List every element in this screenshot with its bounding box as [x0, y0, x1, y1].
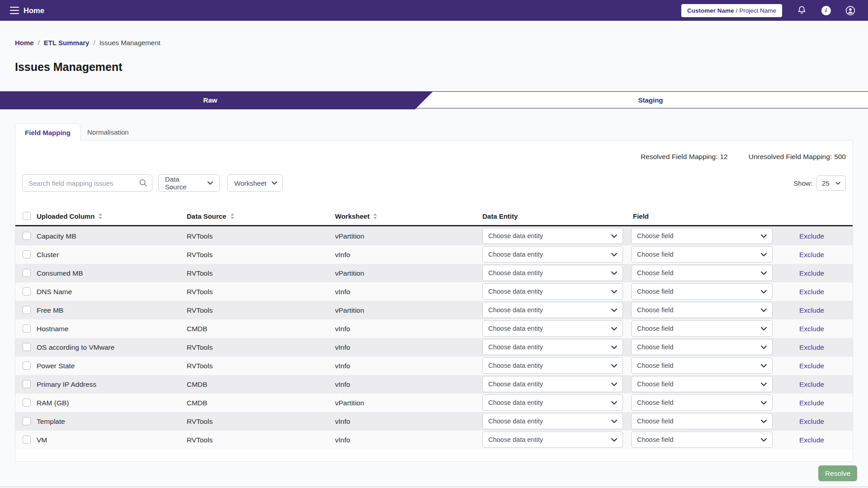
- row-checkbox[interactable]: [23, 269, 31, 277]
- row-checkbox[interactable]: [23, 380, 31, 388]
- uploaded-column-cell: Hostname: [37, 319, 69, 338]
- data-entity-select[interactable]: Choose data entity: [482, 246, 623, 263]
- data-entity-select[interactable]: Choose data entity: [482, 228, 623, 244]
- resolve-button[interactable]: Resolve: [818, 465, 857, 481]
- exclude-link[interactable]: Exclude: [799, 357, 824, 375]
- sort-icon[interactable]: [231, 213, 234, 219]
- data-entity-select[interactable]: Choose data entity: [482, 432, 623, 448]
- select-all-checkbox[interactable]: [23, 212, 31, 220]
- field-select[interactable]: Choose field: [631, 394, 773, 411]
- exclude-link[interactable]: Exclude: [799, 319, 824, 338]
- field-select[interactable]: Choose field: [631, 302, 773, 318]
- resolved-count: 12: [720, 153, 728, 160]
- field-select[interactable]: Choose field: [631, 413, 773, 429]
- exclude-link[interactable]: Exclude: [799, 301, 824, 319]
- worksheet-filter[interactable]: Worksheet: [227, 174, 283, 192]
- table-row: DNS Name RVTools vInfo Choose data entit…: [15, 282, 853, 301]
- page-size-select[interactable]: 25: [816, 175, 846, 191]
- header-worksheet[interactable]: Worksheet: [335, 207, 377, 225]
- header-uploaded-column[interactable]: Uploaded Column: [37, 207, 102, 225]
- exclude-link[interactable]: Exclude: [799, 394, 824, 412]
- breadcrumb: Home / ETL Summary / Issues Management: [15, 39, 160, 47]
- search-input[interactable]: [22, 174, 152, 192]
- data-entity-select[interactable]: Choose data entity: [482, 339, 623, 355]
- field-select[interactable]: Choose field: [631, 246, 773, 263]
- row-checkbox[interactable]: [23, 232, 31, 240]
- table-row: Hostname CMDB vInfo Choose data entity C…: [15, 319, 853, 338]
- breadcrumb-divider: /: [93, 39, 95, 47]
- data-entity-select[interactable]: Choose data entity: [482, 302, 623, 318]
- data-source-cell: RVTools: [187, 227, 212, 245]
- tab-normalisation[interactable]: Normalisation: [80, 124, 136, 141]
- sort-icon[interactable]: [373, 213, 377, 219]
- table-header: Uploaded Column Data Source Worksheet Da…: [15, 207, 853, 226]
- row-checkbox[interactable]: [23, 287, 31, 296]
- chevron-down-icon: [611, 345, 617, 349]
- row-checkbox[interactable]: [23, 250, 31, 258]
- table-row: Template RVTools vInfo Choose data entit…: [15, 412, 853, 431]
- unresolved-stat: Unresolved Field Mapping:500: [749, 153, 846, 161]
- page-size-value: 25: [822, 179, 830, 187]
- exclude-link[interactable]: Exclude: [799, 245, 824, 264]
- worksheet-cell: vInfo: [335, 319, 350, 338]
- show-label: Show:: [793, 179, 812, 187]
- exclude-link[interactable]: Exclude: [799, 431, 824, 449]
- data-entity-select[interactable]: Choose data entity: [482, 265, 623, 281]
- chevron-down-icon: [761, 308, 767, 312]
- menu-icon[interactable]: [10, 7, 19, 14]
- row-checkbox[interactable]: [23, 436, 31, 444]
- data-entity-select[interactable]: Choose data entity: [482, 283, 623, 300]
- uploaded-column-cell: Free MB: [37, 301, 63, 319]
- row-checkbox[interactable]: [23, 306, 31, 314]
- exclude-link[interactable]: Exclude: [799, 282, 824, 301]
- data-entity-select[interactable]: Choose data entity: [482, 320, 623, 337]
- field-select[interactable]: Choose field: [631, 357, 773, 374]
- exclude-link[interactable]: Exclude: [799, 412, 824, 431]
- row-checkbox[interactable]: [23, 417, 31, 425]
- exclude-link[interactable]: Exclude: [799, 338, 824, 357]
- uploaded-column-cell: Power State: [37, 357, 75, 375]
- data-entity-select[interactable]: Choose data entity: [482, 357, 623, 374]
- chevron-down-icon: [611, 419, 617, 423]
- row-checkbox[interactable]: [23, 324, 31, 333]
- data-entity-select[interactable]: Choose data entity: [482, 394, 623, 411]
- tab-field-mapping[interactable]: Field Mapping: [15, 123, 80, 141]
- info-icon[interactable]: i: [821, 5, 831, 15]
- field-select[interactable]: Choose field: [631, 376, 773, 392]
- table-row: Capacity MB RVTools vPartition Choose da…: [15, 227, 853, 245]
- worksheet-cell: vInfo: [335, 357, 350, 375]
- table-row: VM RVTools vInfo Choose data entity Choo…: [15, 431, 853, 449]
- data-entity-select[interactable]: Choose data entity: [482, 413, 623, 429]
- exclude-link[interactable]: Exclude: [799, 264, 824, 282]
- row-checkbox[interactable]: [23, 343, 31, 351]
- breadcrumb-etl-summary[interactable]: ETL Summary: [44, 39, 90, 47]
- navbar-title: Home: [24, 6, 44, 15]
- field-select[interactable]: Choose field: [631, 339, 773, 355]
- chevron-down-icon: [761, 271, 767, 275]
- field-select[interactable]: Choose field: [631, 283, 773, 300]
- field-select[interactable]: Choose field: [631, 320, 773, 337]
- sort-icon[interactable]: [99, 213, 102, 219]
- field-select[interactable]: Choose field: [631, 432, 773, 448]
- tab-staging[interactable]: Staging: [433, 92, 868, 109]
- project-name: Project Name: [739, 7, 776, 14]
- row-checkbox[interactable]: [23, 399, 31, 407]
- worksheet-cell: vInfo: [335, 338, 350, 357]
- field-select[interactable]: Choose field: [631, 228, 773, 244]
- notifications-bell-icon[interactable]: [797, 5, 807, 15]
- exclude-link[interactable]: Exclude: [799, 227, 824, 245]
- data-entity-select[interactable]: Choose data entity: [482, 376, 623, 392]
- data-source-filter[interactable]: Data Source: [158, 174, 220, 192]
- account-icon[interactable]: [845, 5, 855, 15]
- worksheet-cell: vPartition: [335, 227, 364, 245]
- breadcrumb-home[interactable]: Home: [15, 39, 34, 47]
- customer-project-badge[interactable]: Customer Name / Project Name: [681, 4, 782, 17]
- row-checkbox[interactable]: [23, 361, 31, 370]
- table-row: Cluster RVTools vInfo Choose data entity…: [15, 245, 853, 264]
- field-select[interactable]: Choose field: [631, 265, 773, 281]
- header-data-source[interactable]: Data Source: [187, 207, 234, 225]
- tab-raw[interactable]: Raw: [0, 92, 420, 109]
- header-field: Field: [633, 207, 649, 225]
- exclude-link[interactable]: Exclude: [799, 375, 824, 394]
- data-source-cell: CMDB: [187, 394, 208, 412]
